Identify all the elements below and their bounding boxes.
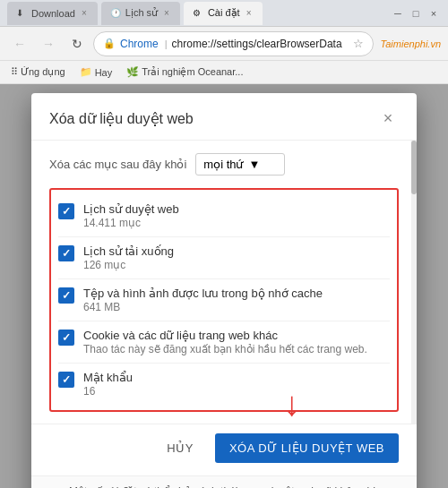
settings-tab-label: Cài đặt: [208, 7, 240, 19]
watermark: Taimienphi.vn: [381, 39, 441, 49]
bookmark-hay[interactable]: 📁 Hay: [76, 64, 116, 80]
history-tab-favicon: 🕐: [110, 8, 121, 19]
cache-checkbox[interactable]: ✓: [58, 287, 74, 304]
bookmark-hay-label: Hay: [95, 67, 113, 78]
download-history-checkbox[interactable]: ✓: [58, 245, 74, 261]
history-tab-label: Lịch sử: [125, 7, 158, 19]
checkbox-download-history: ✓ Lịch sử tải xuống 126 mục: [58, 237, 390, 279]
browsing-history-sub: 14.411 mục: [83, 217, 390, 229]
check-icon: ✓: [62, 247, 71, 260]
check-icon: ✓: [62, 331, 71, 344]
chevron-down-icon: ▼: [248, 158, 260, 171]
cookies-checkbox[interactable]: ✓: [58, 330, 74, 346]
secure-icon: 🔒: [103, 38, 116, 49]
browsing-history-label: Lịch sử duyệt web: [83, 202, 390, 216]
dialog-title: Xóa dữ liệu duyệt web: [49, 110, 194, 127]
cookies-text: Cookie và các dữ liệu trang web khác Tha…: [83, 329, 390, 355]
checkbox-cookies: ✓ Cookie và các dữ liệu trang web khác T…: [58, 321, 390, 364]
scrollbar-thumb[interactable]: [411, 141, 417, 194]
dialog-info: ℹ Một số cài đặt có thể phản ánh thói qu…: [31, 475, 417, 488]
scrollbar-track: [411, 141, 417, 424]
clear-data-button[interactable]: XÓA DỮ LIỆU DUYỆT WEB: [215, 433, 399, 463]
address-prefix: Chrome: [120, 38, 159, 50]
passwords-checkbox[interactable]: ✓: [58, 372, 74, 388]
close-button[interactable]: ×: [426, 6, 441, 21]
tab-history[interactable]: 🕐 Lịch sử ×: [101, 2, 180, 25]
back-button[interactable]: ←: [7, 31, 32, 56]
maximize-button[interactable]: □: [409, 6, 423, 21]
title-bar: ⬇ Download × 🕐 Lịch sử × ⚙ Cài đặt × ─ □…: [0, 0, 448, 27]
cookies-sub: Thao tác này sẽ đăng xuất bạn khỏi hầu h…: [83, 343, 390, 355]
history-tab-close[interactable]: ×: [162, 8, 171, 18]
checkbox-cache: ✓ Tệp và hình ảnh được lưu trong bộ nhớ …: [58, 279, 390, 321]
cache-sub: 641 MB: [83, 301, 390, 313]
time-range-select[interactable]: mọi thứ ▼: [195, 153, 285, 176]
settings-tab-favicon: ⚙: [193, 8, 203, 19]
forward-button[interactable]: →: [36, 31, 61, 56]
dialog-footer: ↓ HỦY XÓA DỮ LIỆU DUYỆT WEB: [31, 424, 417, 475]
leaf-icon: 🌿: [126, 66, 139, 78]
address-bar[interactable]: 🔒 Chrome | chrome://settings/clearBrowse…: [93, 31, 374, 56]
arrow-icon: ↓: [283, 387, 300, 421]
browsing-history-checkbox[interactable]: ✓: [58, 203, 74, 219]
address-text: chrome://settings/clearBrowserData: [172, 38, 349, 50]
check-icon: ✓: [62, 205, 71, 218]
check-icon: ✓: [62, 289, 71, 302]
apps-icon: ⠿: [11, 66, 18, 78]
time-range-row: Xóa các mục sau đây khỏi mọi thứ ▼: [49, 153, 399, 176]
bookmark-apps-label: Ứng dụng: [21, 66, 65, 78]
cache-text: Tệp và hình ảnh được lưu trong bộ nhớ ca…: [83, 287, 390, 313]
cache-label: Tệp và hình ảnh được lưu trong bộ nhớ ca…: [83, 287, 390, 300]
download-tab-favicon: ⬇: [16, 8, 27, 19]
refresh-button[interactable]: ↻: [65, 31, 90, 56]
cancel-button[interactable]: HỦY: [154, 434, 206, 462]
download-tab-label: Download: [31, 8, 75, 19]
bookmarks-bar: ⠿ Ứng dụng 📁 Hay 🌿 Trải nghiệm Oceanar..…: [0, 61, 448, 84]
download-history-text: Lịch sử tải xuống 126 mục: [83, 244, 390, 271]
download-history-sub: 126 mục: [83, 259, 390, 271]
bookmark-oceanar[interactable]: 🌿 Trải nghiệm Oceanar...: [123, 64, 246, 80]
bookmark-oceanar-label: Trải nghiệm Oceanar...: [142, 66, 243, 78]
checkboxes-container: ✓ Lịch sử duyệt web 14.411 mục ✓: [49, 188, 399, 412]
minimize-button[interactable]: ─: [391, 6, 405, 21]
checkbox-passwords: ✓ Mật khẩu 16: [58, 364, 390, 405]
tab-settings[interactable]: ⚙ Cài đặt ×: [184, 2, 263, 25]
passwords-text: Mật khẩu 16: [83, 371, 390, 398]
clear-browser-data-dialog: Xóa dữ liệu duyệt web × Xóa các mục sau …: [31, 93, 417, 488]
window-controls: ─ □ ×: [391, 6, 441, 21]
passwords-label: Mật khẩu: [83, 371, 390, 384]
browsing-history-text: Lịch sử duyệt web 14.411 mục: [83, 202, 390, 229]
cookies-label: Cookie và các dữ liệu trang web khác: [83, 329, 390, 342]
time-range-label: Xóa các mục sau đây khỏi: [49, 158, 186, 171]
browser-window: ⬇ Download × 🕐 Lịch sử × ⚙ Cài đặt × ─ □…: [0, 0, 448, 488]
dialog-header: Xóa dữ liệu duyệt web ×: [31, 93, 417, 141]
time-range-value: mọi thứ: [203, 158, 243, 171]
download-history-label: Lịch sử tải xuống: [83, 244, 390, 258]
tab-download[interactable]: ⬇ Download ×: [7, 2, 98, 25]
dialog-body: Xóa các mục sau đây khỏi mọi thứ ▼ ✓: [31, 141, 417, 424]
passwords-sub: 16: [83, 385, 390, 398]
folder-icon: 📁: [80, 66, 92, 78]
page-content: Xóa dữ liệu duyệt web × Xóa các mục sau …: [0, 84, 448, 488]
address-separator: |: [165, 39, 168, 49]
bookmark-star-icon[interactable]: ☆: [353, 37, 364, 50]
checkbox-browsing-history: ✓ Lịch sử duyệt web 14.411 mục: [58, 195, 390, 237]
dialog-close-button[interactable]: ×: [377, 107, 399, 129]
check-icon: ✓: [62, 373, 71, 386]
settings-tab-close[interactable]: ×: [245, 8, 254, 18]
download-tab-close[interactable]: ×: [80, 8, 89, 18]
bookmark-apps[interactable]: ⠿ Ứng dụng: [7, 64, 69, 80]
dialog-overlay: Xóa dữ liệu duyệt web × Xóa các mục sau …: [0, 84, 448, 488]
toolbar: ← → ↻ 🔒 Chrome | chrome://settings/clear…: [0, 27, 448, 61]
